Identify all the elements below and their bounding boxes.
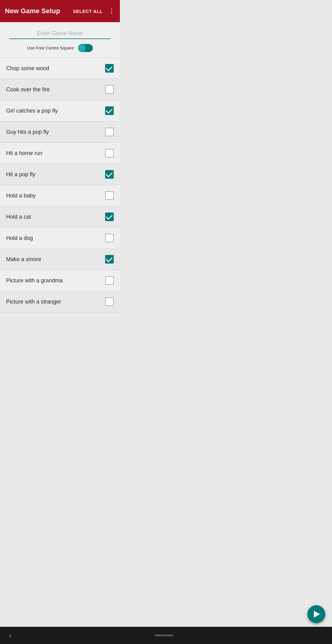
list-item-label: Picture with a stranger <box>6 299 105 305</box>
list-item-label: Chop some wood <box>6 65 105 72</box>
list-item[interactable]: Hit a pop fly <box>0 164 120 185</box>
list-item[interactable]: Hold a dog <box>0 228 120 249</box>
items-list: Chop some woodCook over the fireGirl cat… <box>0 58 120 312</box>
game-name-input[interactable] <box>9 28 111 39</box>
list-item-checkbox[interactable] <box>105 170 114 179</box>
list-item-checkbox[interactable] <box>105 276 114 285</box>
select-all-button[interactable]: SELECT ALL <box>73 9 103 14</box>
list-item[interactable]: Hold a baby <box>0 185 120 206</box>
list-item[interactable]: Hold a cat <box>0 206 120 228</box>
app-header: New Game Setup SELECT ALL ⋮ <box>0 0 120 22</box>
list-item-checkbox[interactable] <box>105 297 114 306</box>
list-item-label: Guy hits a pop fly <box>6 129 105 135</box>
list-item-label: Hit a home run <box>6 150 105 157</box>
list-item[interactable]: Chop some wood <box>0 58 120 79</box>
list-item-label: Hold a dog <box>6 235 105 241</box>
free-centre-toggle[interactable] <box>78 44 93 52</box>
list-item-label: Make a smore <box>6 256 105 263</box>
list-item[interactable]: Picture with a stranger <box>0 291 120 312</box>
list-item[interactable]: Girl catches a pop fly <box>0 100 120 121</box>
list-item-checkbox[interactable] <box>105 64 114 73</box>
list-item-checkbox[interactable] <box>105 128 114 136</box>
list-item-label: Hit a pop fly <box>6 171 105 178</box>
page-title: New Game Setup <box>5 7 60 15</box>
list-item[interactable]: Guy hits a pop fly <box>0 121 120 143</box>
list-item-checkbox[interactable] <box>105 234 114 242</box>
list-item[interactable]: Cook over the fire <box>0 79 120 100</box>
list-item-label: Girl catches a pop fly <box>6 108 105 114</box>
list-item[interactable]: Make a smore <box>0 249 120 270</box>
toggle-label: Use Free Centre Square <box>27 46 74 50</box>
toggle-row: Use Free Centre Square <box>27 44 93 52</box>
list-item-checkbox[interactable] <box>105 85 114 94</box>
list-item-label: Hold a cat <box>6 214 105 220</box>
header-actions: SELECT ALL ⋮ <box>73 8 115 14</box>
list-item-checkbox[interactable] <box>105 255 114 264</box>
list-item-label: Picture with a grandma <box>6 277 105 284</box>
list-item-label: Hold a baby <box>6 193 105 199</box>
list-item-checkbox[interactable] <box>105 213 114 221</box>
list-item[interactable]: Hit a home run <box>0 143 120 164</box>
input-section: Use Free Centre Square <box>0 22 120 58</box>
list-item-checkbox[interactable] <box>105 149 114 157</box>
list-item[interactable]: Picture with a grandma <box>0 270 120 291</box>
list-item-checkbox[interactable] <box>105 106 114 115</box>
overflow-menu-button[interactable]: ⋮ <box>108 8 115 14</box>
list-item-checkbox[interactable] <box>105 191 114 200</box>
list-item-label: Cook over the fire <box>6 86 105 93</box>
